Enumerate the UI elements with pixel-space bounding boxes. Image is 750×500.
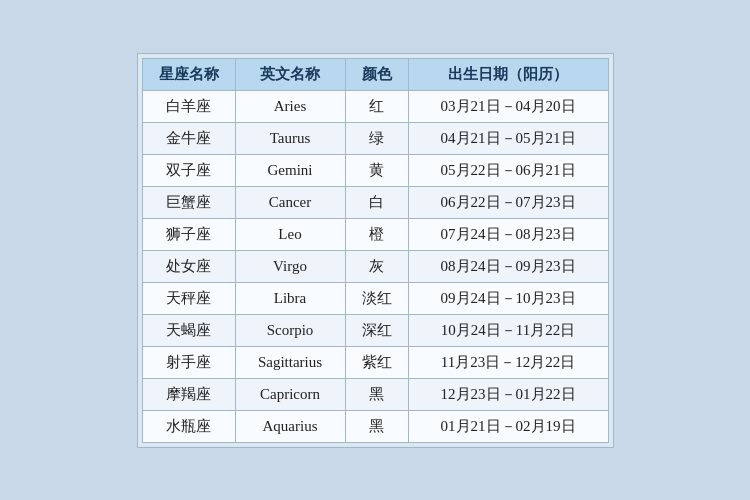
cell-date: 07月24日－08月23日: [408, 218, 608, 250]
cell-english: Sagittarius: [235, 346, 345, 378]
cell-english: Taurus: [235, 122, 345, 154]
cell-date: 04月21日－05月21日: [408, 122, 608, 154]
zodiac-table: 星座名称 英文名称 颜色 出生日期（阳历） 白羊座Aries红03月21日－04…: [142, 58, 609, 443]
cell-date: 12月23日－01月22日: [408, 378, 608, 410]
cell-date: 01月21日－02月19日: [408, 410, 608, 442]
zodiac-table-container: 星座名称 英文名称 颜色 出生日期（阳历） 白羊座Aries红03月21日－04…: [137, 53, 614, 448]
cell-chinese: 金牛座: [142, 122, 235, 154]
cell-color: 红: [345, 90, 408, 122]
table-row: 狮子座Leo橙07月24日－08月23日: [142, 218, 608, 250]
cell-english: Libra: [235, 282, 345, 314]
cell-date: 06月22日－07月23日: [408, 186, 608, 218]
table-row: 天蝎座Scorpio深红10月24日－11月22日: [142, 314, 608, 346]
cell-chinese: 水瓶座: [142, 410, 235, 442]
cell-english: Leo: [235, 218, 345, 250]
header-chinese: 星座名称: [142, 58, 235, 90]
table-row: 射手座Sagittarius紫红11月23日－12月22日: [142, 346, 608, 378]
cell-color: 绿: [345, 122, 408, 154]
cell-english: Aries: [235, 90, 345, 122]
table-row: 巨蟹座Cancer白06月22日－07月23日: [142, 186, 608, 218]
cell-chinese: 双子座: [142, 154, 235, 186]
cell-color: 灰: [345, 250, 408, 282]
cell-english: Aquarius: [235, 410, 345, 442]
cell-english: Scorpio: [235, 314, 345, 346]
cell-color: 黄: [345, 154, 408, 186]
cell-color: 黑: [345, 378, 408, 410]
cell-date: 03月21日－04月20日: [408, 90, 608, 122]
cell-date: 11月23日－12月22日: [408, 346, 608, 378]
cell-color: 白: [345, 186, 408, 218]
table-row: 金牛座Taurus绿04月21日－05月21日: [142, 122, 608, 154]
cell-date: 09月24日－10月23日: [408, 282, 608, 314]
table-row: 天秤座Libra淡红09月24日－10月23日: [142, 282, 608, 314]
cell-color: 橙: [345, 218, 408, 250]
table-row: 双子座Gemini黄05月22日－06月21日: [142, 154, 608, 186]
cell-color: 淡红: [345, 282, 408, 314]
cell-chinese: 射手座: [142, 346, 235, 378]
cell-date: 05月22日－06月21日: [408, 154, 608, 186]
cell-chinese: 处女座: [142, 250, 235, 282]
table-row: 水瓶座Aquarius黑01月21日－02月19日: [142, 410, 608, 442]
cell-chinese: 巨蟹座: [142, 186, 235, 218]
cell-date: 10月24日－11月22日: [408, 314, 608, 346]
header-color: 颜色: [345, 58, 408, 90]
cell-chinese: 白羊座: [142, 90, 235, 122]
cell-date: 08月24日－09月23日: [408, 250, 608, 282]
cell-chinese: 摩羯座: [142, 378, 235, 410]
cell-english: Capricorn: [235, 378, 345, 410]
cell-color: 深红: [345, 314, 408, 346]
cell-chinese: 狮子座: [142, 218, 235, 250]
header-english: 英文名称: [235, 58, 345, 90]
table-row: 处女座Virgo灰08月24日－09月23日: [142, 250, 608, 282]
cell-color: 黑: [345, 410, 408, 442]
cell-chinese: 天蝎座: [142, 314, 235, 346]
cell-english: Virgo: [235, 250, 345, 282]
cell-color: 紫红: [345, 346, 408, 378]
header-date: 出生日期（阳历）: [408, 58, 608, 90]
table-row: 摩羯座Capricorn黑12月23日－01月22日: [142, 378, 608, 410]
cell-english: Gemini: [235, 154, 345, 186]
table-header-row: 星座名称 英文名称 颜色 出生日期（阳历）: [142, 58, 608, 90]
cell-chinese: 天秤座: [142, 282, 235, 314]
cell-english: Cancer: [235, 186, 345, 218]
table-row: 白羊座Aries红03月21日－04月20日: [142, 90, 608, 122]
